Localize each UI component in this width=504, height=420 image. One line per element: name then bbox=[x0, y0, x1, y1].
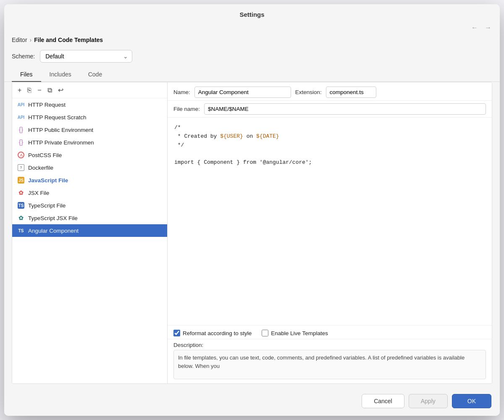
reformat-checkbox[interactable] bbox=[173, 330, 180, 336]
item-label: JavaScript File bbox=[28, 177, 68, 184]
apply-button[interactable]: Apply bbox=[409, 394, 448, 408]
footer: Cancel Apply OK bbox=[4, 388, 500, 416]
main-content: + ⎘ − ⧉ ↩ API HTTP Request API bbox=[12, 82, 492, 384]
ok-button[interactable]: OK bbox=[452, 394, 491, 408]
list-item[interactable]: ⚠ PostCSS File bbox=[12, 149, 167, 161]
scheme-label: Scheme: bbox=[12, 53, 35, 60]
cancel-button[interactable]: Cancel bbox=[362, 394, 404, 408]
extension-label: Extension: bbox=[295, 89, 322, 95]
sidebar: + ⎘ − ⧉ ↩ API HTTP Request API bbox=[12, 82, 168, 383]
jsx-icon: ✿ bbox=[17, 189, 25, 197]
settings-dialog: Settings ← → Editor › File and Code Temp… bbox=[4, 4, 500, 416]
tsx-icon: ✿ bbox=[17, 214, 25, 222]
tab-code[interactable]: Code bbox=[80, 68, 110, 82]
tab-includes[interactable]: Includes bbox=[41, 68, 80, 82]
reset-button[interactable]: ↩ bbox=[56, 85, 66, 95]
list-item[interactable]: API HTTP Request bbox=[12, 98, 167, 111]
code-editor[interactable]: /* * Created by ${USER} on ${DATE} */ im… bbox=[168, 118, 492, 326]
docker-icon: ? bbox=[17, 164, 25, 171]
name-extension-row: Name: Extension: bbox=[168, 82, 492, 101]
brace-icon: {} bbox=[17, 126, 25, 134]
ts-icon: TS bbox=[17, 202, 25, 209]
scheme-wrapper: Default Project bbox=[40, 50, 132, 63]
sidebar-toolbar: + ⎘ − ⧉ ↩ bbox=[12, 82, 167, 98]
item-label: TypeScript File bbox=[28, 202, 66, 209]
list-item[interactable]: TS TypeScript File bbox=[12, 199, 167, 212]
live-templates-label: Enable Live Templates bbox=[271, 330, 328, 336]
item-label: HTTP Request bbox=[28, 102, 66, 108]
copy-button[interactable]: ⎘ bbox=[25, 85, 34, 95]
right-panel: Name: Extension: File name: /* * Created… bbox=[168, 82, 492, 383]
item-label: Angular Component bbox=[28, 228, 79, 234]
list-item[interactable]: JS JavaScript File bbox=[12, 174, 167, 186]
breadcrumb-current: File and Code Templates bbox=[34, 37, 103, 43]
live-templates-checkbox[interactable] bbox=[262, 330, 268, 336]
ts-icon: TS bbox=[17, 227, 25, 234]
options-row: Reformat according to style Enable Live … bbox=[168, 326, 492, 339]
breadcrumb-separator: › bbox=[30, 37, 32, 43]
dialog-title: Settings bbox=[4, 4, 500, 21]
add-button[interactable]: + bbox=[16, 85, 24, 95]
name-input[interactable] bbox=[194, 87, 291, 98]
filename-row: File name: bbox=[168, 101, 492, 118]
breadcrumb: Editor › File and Code Templates bbox=[4, 34, 500, 47]
forward-button[interactable]: → bbox=[483, 23, 493, 32]
api-icon: API bbox=[17, 113, 25, 121]
description-box: In file templates, you can use text, cod… bbox=[173, 350, 486, 379]
api-icon: API bbox=[17, 101, 25, 108]
code-var-user: ${USER} bbox=[220, 133, 243, 139]
extension-input[interactable] bbox=[326, 87, 376, 98]
item-label: JSX File bbox=[28, 190, 49, 196]
postcss-icon: ⚠ bbox=[17, 151, 25, 159]
reformat-checkbox-item[interactable]: Reformat according to style bbox=[173, 330, 252, 336]
brace-icon: {} bbox=[17, 139, 25, 146]
item-label: HTTP Private Environmen bbox=[28, 139, 94, 146]
reformat-label: Reformat according to style bbox=[183, 330, 252, 336]
duplicate-button[interactable]: ⧉ bbox=[45, 85, 54, 95]
list-item[interactable]: ✿ JSX File bbox=[12, 186, 167, 199]
filename-label: File name: bbox=[173, 106, 200, 112]
list-item[interactable]: {} HTTP Private Environmen bbox=[12, 136, 167, 149]
scheme-select[interactable]: Default Project bbox=[40, 50, 132, 63]
code-var-date: ${DATE} bbox=[256, 133, 279, 139]
breadcrumb-editor: Editor bbox=[12, 37, 27, 43]
title-text: Settings bbox=[239, 11, 264, 18]
list-item[interactable]: ✿ TypeScript JSX File bbox=[12, 212, 167, 224]
list-item[interactable]: ? Dockerfile bbox=[12, 161, 167, 174]
item-label: HTTP Request Scratch bbox=[28, 114, 87, 121]
scheme-row: Scheme: Default Project bbox=[4, 47, 500, 68]
list-item[interactable]: {} HTTP Public Environment bbox=[12, 123, 167, 136]
back-button[interactable]: ← bbox=[470, 23, 480, 32]
sidebar-list: API HTTP Request API HTTP Request Scratc… bbox=[12, 98, 167, 383]
item-label: Dockerfile bbox=[28, 165, 53, 171]
list-item-angular-component[interactable]: TS Angular Component bbox=[12, 224, 167, 237]
code-on: on bbox=[243, 133, 256, 139]
item-label: TypeScript JSX File bbox=[28, 215, 78, 221]
code-line1: /* * Created by bbox=[174, 124, 220, 139]
filename-input[interactable] bbox=[204, 103, 486, 115]
remove-button[interactable]: − bbox=[35, 85, 43, 95]
js-icon: JS bbox=[17, 176, 25, 184]
description-label: Description: bbox=[168, 339, 492, 350]
list-item[interactable]: API HTTP Request Scratch bbox=[12, 111, 167, 123]
item-label: HTTP Public Environment bbox=[28, 127, 93, 133]
name-label: Name: bbox=[173, 89, 190, 95]
live-templates-checkbox-item[interactable]: Enable Live Templates bbox=[262, 330, 328, 336]
nav-row: ← → bbox=[4, 21, 500, 34]
tab-files[interactable]: Files bbox=[12, 68, 41, 82]
item-label: PostCSS File bbox=[28, 152, 62, 158]
tabs-bar: Files Includes Code bbox=[4, 68, 500, 82]
code-close-comment: */ import { Component } from '@angular/c… bbox=[174, 142, 312, 166]
